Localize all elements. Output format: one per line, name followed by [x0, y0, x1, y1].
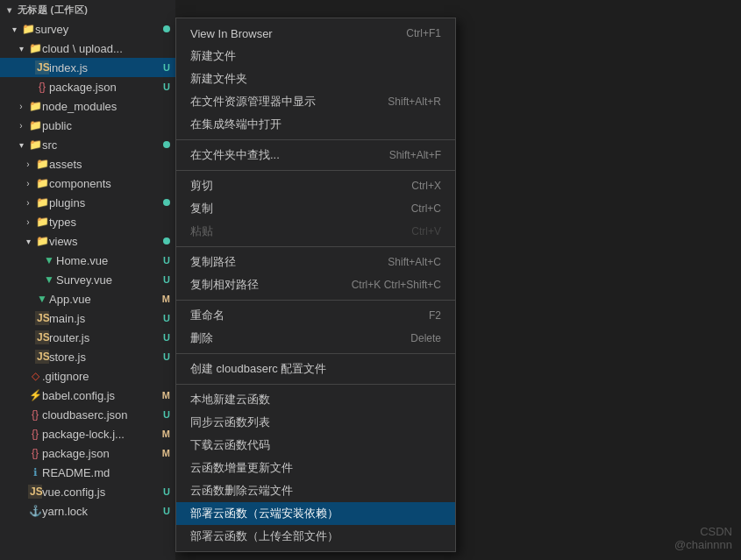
- file-badge: M: [162, 448, 170, 458]
- vue-icon: ▼: [35, 293, 49, 305]
- folder-icon: 📁: [35, 158, 49, 170]
- tree-arrow: ›: [21, 217, 35, 227]
- tree-item-router-js[interactable]: JSrouter.jsU: [0, 328, 175, 347]
- tree-item-label: App.vue: [49, 293, 162, 306]
- tree-arrow: ▾: [14, 140, 28, 150]
- tree-item-main-js[interactable]: JSmain.jsU: [0, 308, 175, 328]
- tree-arrow: ›: [14, 102, 28, 111]
- tree-arrow: ›: [21, 198, 35, 208]
- tree-item-label: package-lock.j...: [42, 428, 162, 441]
- menu-separator: [176, 139, 455, 140]
- tree-item-label: index.js: [49, 61, 163, 74]
- js-icon: JS: [35, 311, 49, 325]
- menu-item-open-in-terminal[interactable]: 在集成终端中打开: [176, 113, 455, 136]
- menu-item-cut[interactable]: 剪切Ctrl+X: [176, 174, 455, 197]
- tree-item-types[interactable]: ›📁types: [0, 212, 175, 231]
- menu-item-download-cloud-func[interactable]: 下载云函数代码: [176, 434, 455, 457]
- tree-item-assets[interactable]: ›📁assets: [0, 154, 175, 174]
- menu-item-shortcut: Ctrl+V: [411, 225, 441, 237]
- menu-item-copy[interactable]: 复制Ctrl+C: [176, 197, 455, 220]
- tree-item-label: package.json: [42, 447, 162, 460]
- status-dot: [163, 141, 170, 148]
- json-icon: {}: [28, 447, 42, 459]
- menu-item-create-cloudbaserc[interactable]: 创建 cloudbaserc 配置文件: [176, 358, 455, 380]
- menu-item-find-in-folder[interactable]: 在文件夹中查找...Shift+Alt+F: [176, 144, 455, 167]
- tree-item-cloudbaserc-json[interactable]: {}cloudbaserc.jsonU: [0, 405, 175, 424]
- menu-item-incremental-update[interactable]: 云函数增量更新文件: [176, 457, 455, 479]
- menu-item-copy-path[interactable]: 复制路径Shift+Alt+C: [176, 251, 455, 273]
- folder-icon: 📁: [35, 177, 49, 189]
- readme-icon: ℹ: [28, 466, 42, 478]
- tree-item-readme[interactable]: ℹREADME.md: [0, 463, 175, 482]
- folder-icon: 📁: [35, 216, 49, 228]
- file-badge: U: [163, 506, 170, 516]
- tree-item-label: package.json: [49, 81, 163, 94]
- menu-item-label: 复制相对路径: [190, 277, 259, 293]
- tree-item-label: types: [49, 216, 175, 229]
- tree-item-vue-config[interactable]: JSvue.config.jsU: [0, 482, 175, 501]
- tree-item-gitignore[interactable]: ◇.gitignore: [0, 366, 175, 386]
- menu-item-shortcut: F2: [429, 309, 441, 322]
- menu-item-label: 在文件夹中查找...: [190, 147, 280, 163]
- file-badge: U: [163, 486, 170, 497]
- menu-item-delete[interactable]: 删除Delete: [176, 327, 455, 350]
- sidebar: ▾无标题 (工作区)▾📁survey▾📁cloud \ upload...JSi…: [0, 0, 175, 560]
- menu-item-copy-relative-path[interactable]: 复制相对路径Ctrl+K Ctrl+Shift+C: [176, 273, 455, 296]
- menu-item-delete-cloud-func[interactable]: 云函数删除云端文件: [176, 479, 455, 502]
- menu-item-label: 本地新建云函数: [190, 392, 270, 408]
- menu-separator: [176, 353, 455, 354]
- tree-item-label: public: [42, 119, 175, 132]
- menu-item-label: View In Browser: [190, 27, 273, 40]
- menu-item-new-folder[interactable]: 新建文件夹: [176, 67, 455, 90]
- menu-item-install-deps[interactable]: 部署云函数（云端安装依赖）: [176, 502, 455, 525]
- tree-item-package-lock[interactable]: {}package-lock.j...M: [0, 424, 175, 443]
- tree-item-store-js[interactable]: JSstore.jsU: [0, 347, 175, 366]
- tree-item-package-json-inner[interactable]: {}package.jsonU: [0, 77, 175, 96]
- js-icon: JS: [35, 330, 49, 344]
- folder-icon: 📁: [28, 119, 42, 131]
- tree-item-app-vue[interactable]: ▼App.vueM: [0, 289, 175, 308]
- tree-item-plugins[interactable]: ›📁plugins: [0, 193, 175, 212]
- menu-item-label: 云函数删除云端文件: [190, 483, 293, 499]
- tree-arrow: ›: [21, 179, 35, 188]
- tree-item-node_modules[interactable]: ›📁node_modules: [0, 96, 175, 116]
- menu-item-label: 删除: [190, 330, 213, 346]
- tree-item-views[interactable]: ▾📁views: [0, 231, 175, 251]
- tree-item-index-js[interactable]: JSindex.jsU: [0, 58, 175, 77]
- menu-item-new-file[interactable]: 新建文件: [176, 45, 455, 67]
- tree-item-label: cloudbaserc.json: [42, 408, 163, 422]
- folder-icon: 📁: [35, 235, 49, 247]
- watermark-text: CSDN @chainnnn: [645, 525, 732, 551]
- tree-item-public[interactable]: ›📁public: [0, 116, 175, 135]
- menu-separator: [176, 300, 455, 301]
- menu-item-shortcut: Shift+Alt+F: [389, 149, 441, 161]
- menu-item-view-in-browser[interactable]: View In BrowserCtrl+F1: [176, 22, 455, 45]
- tree-item-survey-vue[interactable]: ▼Survey.vueU: [0, 270, 175, 289]
- json-icon: {}: [28, 428, 42, 440]
- tree-item-label: store.js: [49, 351, 163, 364]
- tree-item-components[interactable]: ›📁components: [0, 174, 175, 193]
- menu-item-label: 剪切: [190, 178, 213, 194]
- menu-item-shortcut: Ctrl+X: [411, 180, 441, 192]
- menu-separator: [176, 384, 455, 385]
- tree-item-survey[interactable]: ▾📁survey: [0, 19, 175, 39]
- menu-item-show-in-explorer[interactable]: 在文件资源管理器中显示Shift+Alt+R: [176, 90, 455, 113]
- tree-item-src[interactable]: ▾📁src: [0, 135, 175, 154]
- menu-item-local-create-cloud-func[interactable]: 本地新建云函数: [176, 388, 455, 411]
- yarn-icon: ⚓: [28, 505, 42, 517]
- file-badge: U: [163, 313, 170, 323]
- menu-item-paste[interactable]: 粘贴Ctrl+V: [176, 220, 455, 243]
- tree-item-home-vue[interactable]: ▼Home.vueU: [0, 251, 175, 270]
- menu-item-upload-all[interactable]: 部署云函数（上传全部文件）: [176, 525, 455, 548]
- tree-item-cloud[interactable]: ▾📁cloud \ upload...: [0, 39, 175, 58]
- tree-item-yarn-lock[interactable]: ⚓yarn.lockU: [0, 501, 175, 521]
- tree-item-babel-config[interactable]: ⚡babel.config.jsM: [0, 386, 175, 405]
- tree-item-package-json[interactable]: {}package.jsonM: [0, 443, 175, 463]
- menu-item-label: 复制路径: [190, 254, 236, 270]
- menu-item-sync-cloud-func-list[interactable]: 同步云函数列表: [176, 411, 455, 434]
- sidebar-workspace-header: ▾无标题 (工作区): [0, 0, 175, 19]
- tree-arrow: ▾: [21, 237, 35, 246]
- tree-item-label: cloud \ upload...: [42, 42, 175, 55]
- tree-item-label: plugins: [49, 196, 163, 209]
- menu-item-rename[interactable]: 重命名F2: [176, 304, 455, 327]
